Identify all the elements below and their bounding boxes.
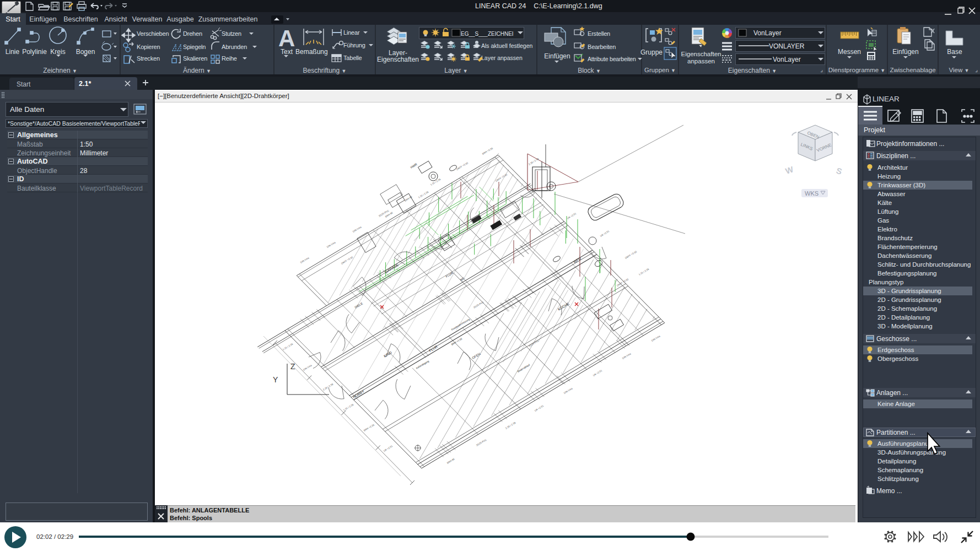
svg-text:A: A [278, 25, 295, 51]
